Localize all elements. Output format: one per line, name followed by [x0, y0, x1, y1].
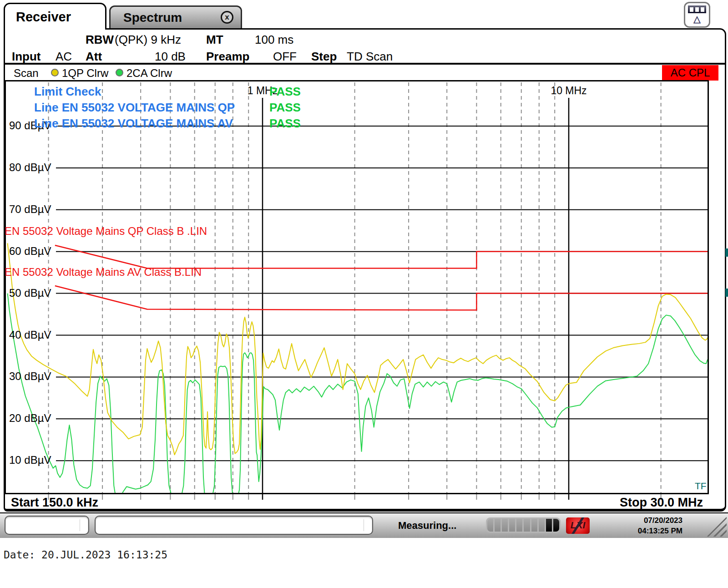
- setting-value-rbw: (QPK) 9 kHz: [115, 33, 181, 47]
- limit-line-qp: [55, 245, 708, 269]
- setting-label-rbw: RBW: [86, 33, 114, 47]
- header-divider: [4, 63, 726, 65]
- triangle-icon: △: [685, 14, 709, 24]
- trace-2ca-clrw: [8, 294, 708, 493]
- resize-grip[interactable]: [697, 515, 727, 537]
- status-time: 04:13:25 PM: [638, 526, 682, 536]
- smartgrid-button[interactable]: △: [684, 2, 710, 28]
- limit-edge-mark-qp: [725, 248, 728, 257]
- y-axis-label: 40 dBµV: [9, 329, 51, 341]
- limit-check-status: PASS: [269, 117, 301, 131]
- y-axis-label: 70 dBµV: [9, 203, 51, 216]
- coupling-badge: AC CPL: [662, 65, 718, 81]
- setting-value-mt: 100 ms: [255, 33, 293, 47]
- setting-value-preamp: OFF: [273, 50, 297, 64]
- trace-dot-2: [116, 69, 123, 76]
- clock-display: 07/20/2023 04:13:25 PM: [638, 515, 682, 536]
- trace-label-1: 1QP Clrw: [62, 67, 108, 80]
- tab-receiver[interactable]: Receiver: [4, 3, 106, 30]
- setting-value-step: TD Scan: [347, 50, 393, 64]
- limit-check-row: Limit Check: [34, 85, 101, 99]
- axis-start-label: Start 150.0 kHz: [11, 496, 98, 510]
- close-icon[interactable]: x: [221, 11, 233, 24]
- y-axis-label: 80 dBµV: [9, 161, 51, 174]
- limit-check-status: PASS: [269, 85, 301, 99]
- limit-check-row: Line EN 55032 VOLTAGE MAINS AV: [34, 117, 233, 131]
- y-axis-label: 60 dBµV: [9, 245, 51, 258]
- limit-check-row: Line EN 55032 VOLTAGE MAINS QP: [34, 101, 235, 115]
- status-date: 07/20/2023: [638, 515, 682, 526]
- limit-line-av: [55, 286, 708, 310]
- softkey-field-2[interactable]: [95, 516, 373, 535]
- scan-title: Scan: [14, 67, 39, 80]
- status-bar: Measuring... LXI 07/20/2023 04:13:25 PM: [0, 512, 728, 538]
- limit-line-name: EN 55032 Voltage Mains AV Class B.LIN: [5, 266, 202, 279]
- setting-label-step: Step: [311, 50, 337, 64]
- setting-value-input: AC: [56, 50, 72, 64]
- progress-bar: [486, 517, 561, 533]
- setting-label-input: Input: [12, 50, 41, 64]
- y-axis-label: 50 dBµV: [9, 287, 51, 299]
- measuring-status: Measuring...: [398, 520, 456, 532]
- trace-dot-1: [51, 69, 59, 76]
- y-axis-label: 20 dBµV: [9, 412, 51, 425]
- lxi-logo: LXI: [566, 517, 590, 534]
- y-axis-label: 10 dBµV: [9, 454, 51, 466]
- tab-spectrum[interactable]: Spectrum x: [109, 5, 242, 30]
- trace-label-2: 2CA Clrw: [126, 67, 172, 80]
- spectrum-chart: [6, 81, 708, 493]
- limit-edge-mark-av: [725, 289, 728, 297]
- setting-value-att: 10 dB: [155, 50, 186, 64]
- toolbar-icon: [688, 5, 706, 13]
- tab-spectrum-label: Spectrum: [123, 10, 182, 25]
- axis-ticks: [6, 494, 708, 501]
- screenshot-date-line: Date: 20.JUL.2023 16:13:25: [4, 549, 167, 561]
- transducer-label: TF: [695, 481, 707, 492]
- setting-label-preamp: Preamp: [206, 50, 249, 64]
- setting-label-att: Att: [86, 50, 102, 64]
- freq-marker-label: 10 MHz: [551, 85, 587, 97]
- y-axis-label: 30 dBµV: [9, 370, 51, 383]
- limit-line-name: EN 55032 Voltage Mains QP Class B .LIN: [5, 225, 207, 238]
- axis-stop-label: Stop 30.0 MHz: [620, 496, 703, 510]
- setting-label-mt: MT: [206, 33, 223, 47]
- limit-check-status: PASS: [269, 101, 301, 115]
- softkey-field-1[interactable]: [5, 516, 89, 535]
